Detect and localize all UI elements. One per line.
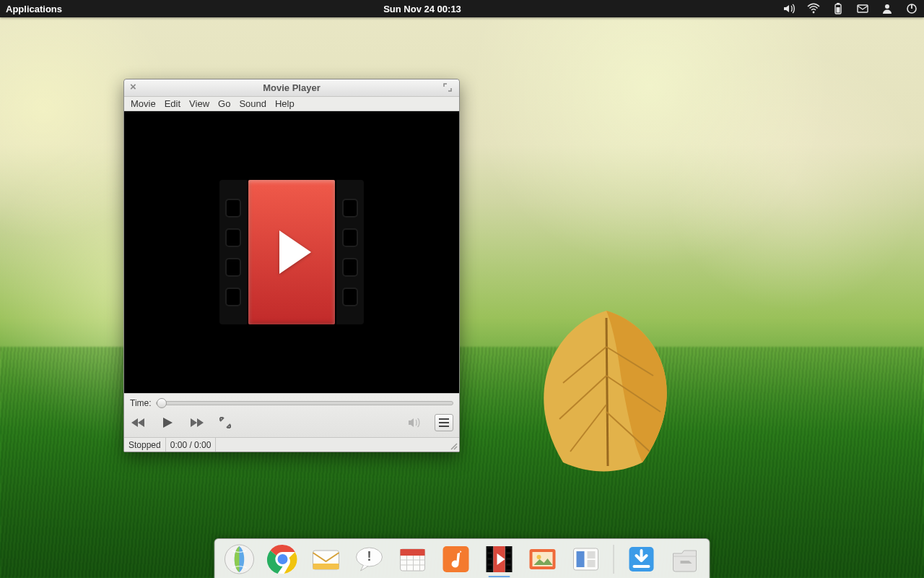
svg-rect-20 <box>488 548 492 552</box>
mail-app-icon[interactable] <box>309 542 344 577</box>
svg-rect-2 <box>837 3 840 4</box>
dock-separator <box>614 545 614 574</box>
svg-point-5 <box>885 4 889 9</box>
wallpaper-leaf <box>513 303 700 477</box>
sound-indicator-icon[interactable] <box>783 2 796 15</box>
svg-point-0 <box>813 12 815 14</box>
statusbar: Stopped 0:00 / 0:00 <box>124 437 459 452</box>
fullscreen-button[interactable] <box>217 414 234 431</box>
svg-rect-12 <box>313 564 339 569</box>
movie-player-icon[interactable] <box>482 542 517 577</box>
status-time: 0:00 / 0:00 <box>166 438 217 452</box>
status-state: Stopped <box>124 438 166 452</box>
play-button[interactable] <box>159 414 176 431</box>
svg-rect-33 <box>577 551 585 567</box>
chrome-icon[interactable] <box>266 542 300 577</box>
menu-edit[interactable]: Edit <box>161 98 184 110</box>
svg-rect-23 <box>488 566 492 569</box>
user-indicator-icon[interactable] <box>881 2 894 15</box>
previous-button[interactable] <box>130 414 147 431</box>
network-wireless-indicator-icon[interactable] <box>807 2 820 15</box>
next-button[interactable] <box>188 414 205 431</box>
battery-indicator-icon[interactable] <box>832 2 845 15</box>
mail-indicator-icon[interactable] <box>856 2 869 15</box>
svg-text:!: ! <box>367 549 372 564</box>
music-icon[interactable] <box>439 542 474 577</box>
time-label: Time: <box>130 398 152 408</box>
resize-grip[interactable] <box>216 438 459 452</box>
window-maximize-button[interactable] <box>443 83 453 93</box>
menu-sound[interactable]: Sound <box>235 98 270 110</box>
svg-point-31 <box>537 555 541 559</box>
video-area[interactable] <box>124 111 459 393</box>
indicator-area <box>783 2 918 15</box>
clock[interactable]: Sun Nov 24 00:13 <box>383 4 461 14</box>
menu-view[interactable]: View <box>186 98 213 110</box>
dock: ! <box>214 538 710 578</box>
window-close-button[interactable]: × <box>130 83 140 93</box>
downloads-icon[interactable] <box>624 542 659 577</box>
playlist-button[interactable] <box>435 414 453 431</box>
chat-icon[interactable]: ! <box>352 542 387 577</box>
menu-go[interactable]: Go <box>214 98 234 110</box>
svg-rect-26 <box>507 560 511 564</box>
svg-rect-25 <box>507 554 511 558</box>
power-indicator-icon[interactable] <box>905 2 918 15</box>
svg-rect-24 <box>507 548 511 552</box>
window-title: Movie Player <box>124 82 459 93</box>
movie-player-window: × Movie Player Movie Edit View Go Sound … <box>123 79 460 452</box>
svg-rect-27 <box>507 566 511 569</box>
volume-button[interactable] <box>406 414 423 431</box>
files-icon[interactable] <box>668 542 702 577</box>
workspaces-icon[interactable] <box>569 542 603 577</box>
svg-rect-35 <box>588 560 596 567</box>
svg-rect-21 <box>488 554 492 558</box>
controls-area: Time: <box>124 393 459 437</box>
menu-movie[interactable]: Movie <box>127 98 160 110</box>
menubar: Movie Edit View Go Sound Help <box>124 97 459 111</box>
svg-rect-3 <box>837 7 840 13</box>
photos-icon[interactable] <box>526 542 560 577</box>
svg-rect-17 <box>443 546 469 572</box>
svg-rect-22 <box>488 560 492 564</box>
video-placeholder-icon <box>219 180 364 324</box>
top-panel: Applications Sun Nov 24 00:13 <box>0 0 924 17</box>
window-titlebar[interactable]: × Movie Player <box>124 79 459 97</box>
web-browser-icon[interactable] <box>222 542 257 577</box>
svg-rect-34 <box>588 551 596 558</box>
menu-help[interactable]: Help <box>271 98 298 110</box>
calendar-icon[interactable] <box>396 542 430 577</box>
svg-rect-16 <box>401 549 425 556</box>
applications-menu[interactable]: Applications <box>6 4 62 14</box>
svg-rect-4 <box>858 5 868 12</box>
seek-slider[interactable] <box>156 401 453 405</box>
